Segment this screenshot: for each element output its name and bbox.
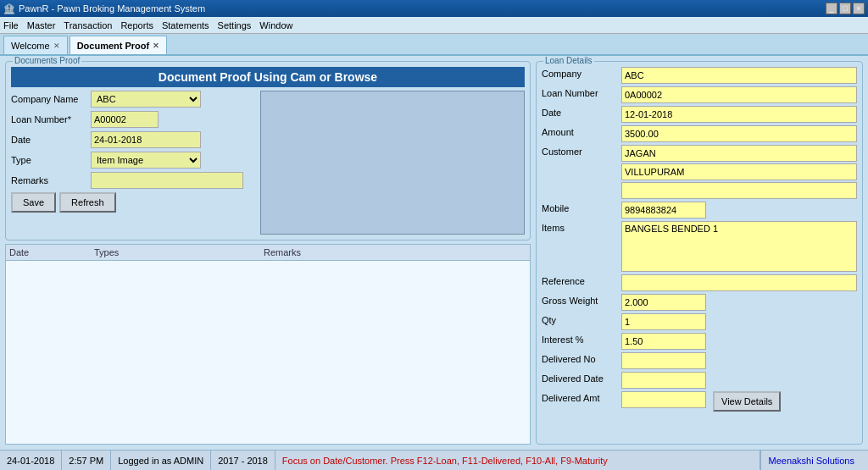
- remarks-label: Remarks: [11, 175, 87, 185]
- date-detail-row: Date: [542, 106, 857, 123]
- delivered-date-detail-value[interactable]: [621, 372, 706, 389]
- status-hint: Focus on Date/Customer. Press F12-Loan, …: [275, 451, 761, 470]
- delivered-no-detail-label: Delivered No: [542, 352, 618, 364]
- table-body: [6, 261, 530, 440]
- mobile-detail-row: Mobile: [542, 202, 857, 218]
- remarks-input[interactable]: [91, 172, 243, 189]
- loan-number-detail-label: Loan Number: [542, 86, 618, 98]
- app-icon: 🏦: [3, 3, 15, 14]
- date-detail-label: Date: [542, 106, 618, 118]
- gross-weight-detail-row: Gross Weight: [542, 294, 857, 311]
- col-header-remarks: Remarks: [264, 247, 526, 257]
- table-section: Date Types Remarks: [5, 244, 531, 445]
- qty-detail-row: Qty: [542, 313, 857, 330]
- date-detail-value[interactable]: [621, 106, 857, 123]
- delivered-no-detail-value[interactable]: [621, 352, 706, 369]
- documents-proof-section: Documents Proof Document Proof Using Cam…: [5, 61, 531, 241]
- customer-detail-value1[interactable]: [621, 145, 857, 162]
- close-button[interactable]: ×: [853, 3, 865, 14]
- items-detail-value: BANGELS BENDED 1: [621, 221, 857, 272]
- save-button[interactable]: Save: [11, 192, 56, 213]
- amount-detail-label: Amount: [542, 125, 618, 137]
- type-select[interactable]: Item Image Document Other: [91, 152, 201, 169]
- tab-welcome[interactable]: Welcome ✕: [3, 36, 68, 54]
- delivered-date-detail-row: Delivered Date: [542, 372, 857, 389]
- gross-weight-detail-value[interactable]: [621, 294, 706, 311]
- doc-proof-inner: Company Name ABC Loan Number* Date: [11, 91, 525, 235]
- loan-number-detail-value[interactable]: [621, 86, 857, 103]
- items-detail-label: Items: [542, 221, 618, 233]
- minimize-button[interactable]: _: [826, 3, 837, 14]
- status-year-text: 2017 - 2018: [218, 456, 268, 466]
- reference-detail-row: Reference: [542, 274, 857, 291]
- title-bar: 🏦 PawnR - Pawn Broking Management System…: [0, 0, 868, 17]
- documents-proof-title: Documents Proof: [13, 56, 81, 65]
- loan-number-detail-row: Loan Number: [542, 86, 857, 103]
- menu-master[interactable]: Master: [27, 20, 56, 30]
- status-year: 2017 - 2018: [211, 451, 275, 470]
- interest-detail-row: Interest %: [542, 333, 857, 350]
- interest-detail-value[interactable]: [621, 333, 706, 350]
- company-detail-label: Company: [542, 67, 618, 79]
- amount-detail-row: Amount: [542, 125, 857, 142]
- company-detail-value[interactable]: [621, 67, 857, 84]
- loan-number-label: Loan Number*: [11, 114, 87, 124]
- loan-number-row: Loan Number*: [11, 111, 257, 128]
- loan-number-input[interactable]: [91, 111, 159, 128]
- status-date-text: 24-01-2018: [7, 456, 54, 466]
- delivered-amt-detail-row: Delivered Amt View Details: [542, 391, 857, 412]
- status-brand: Meenakshi Solutions: [760, 451, 861, 470]
- reference-detail-label: Reference: [542, 274, 618, 286]
- menu-settings[interactable]: Settings: [218, 20, 252, 30]
- tab-welcome-close[interactable]: ✕: [53, 41, 60, 50]
- reference-detail-value[interactable]: [621, 274, 857, 291]
- type-label: Type: [11, 155, 87, 165]
- status-brand-text: Meenakshi Solutions: [768, 456, 854, 466]
- window-controls[interactable]: _ □ ×: [826, 3, 865, 14]
- items-detail-row: Items BANGELS BENDED 1: [542, 221, 857, 272]
- doc-image-area[interactable]: [260, 91, 525, 235]
- customer-detail-row: Customer: [542, 145, 857, 199]
- date-input[interactable]: [91, 131, 201, 148]
- menu-reports[interactable]: Reports: [120, 20, 153, 30]
- view-details-button[interactable]: View Details: [713, 391, 781, 412]
- tab-welcome-label: Welcome: [11, 41, 50, 51]
- customer-detail-value2[interactable]: [621, 163, 857, 180]
- qty-detail-value[interactable]: [621, 313, 706, 330]
- company-name-select[interactable]: ABC: [91, 91, 201, 108]
- company-name-row: Company Name ABC: [11, 91, 257, 108]
- delivered-amt-detail-value[interactable]: [621, 391, 706, 408]
- loan-details-panel: Loan Details Company Loan Number Date Am…: [536, 61, 863, 445]
- type-row: Type Item Image Document Other: [11, 152, 257, 169]
- tab-document-proof[interactable]: Document Proof ✕: [70, 36, 168, 54]
- customer-detail-value3[interactable]: [621, 182, 857, 199]
- mobile-detail-label: Mobile: [542, 202, 618, 213]
- gross-weight-detail-label: Gross Weight: [542, 294, 618, 306]
- menu-file[interactable]: File: [3, 20, 19, 30]
- title-bar-text: PawnR - Pawn Broking Management System: [19, 3, 205, 14]
- maximize-button[interactable]: □: [839, 3, 851, 14]
- amount-detail-value[interactable]: [621, 125, 857, 142]
- col-header-date: Date: [9, 247, 94, 257]
- refresh-button[interactable]: Refresh: [59, 192, 116, 213]
- tab-bar: Welcome ✕ Document Proof ✕: [0, 34, 868, 56]
- menu-statements[interactable]: Statements: [162, 20, 209, 30]
- status-logged-in-text: Logged in as ADMIN: [118, 456, 203, 466]
- delivered-no-detail-row: Delivered No: [542, 352, 857, 369]
- mobile-detail-value[interactable]: [621, 202, 706, 218]
- status-logged-in: Logged in as ADMIN: [111, 451, 211, 470]
- customer-values-stack: [621, 145, 857, 199]
- status-bar: 24-01-2018 2:57 PM Logged in as ADMIN 20…: [0, 450, 868, 470]
- left-panel: Documents Proof Document Proof Using Cam…: [5, 61, 531, 445]
- tab-document-proof-close[interactable]: ✕: [153, 41, 159, 50]
- doc-banner: Document Proof Using Cam or Browse: [11, 67, 525, 87]
- table-header: Date Types Remarks: [6, 245, 530, 261]
- loan-details-title: Loan Details: [543, 56, 594, 65]
- doc-form: Company Name ABC Loan Number* Date: [11, 91, 257, 235]
- menu-transaction[interactable]: Transaction: [64, 20, 112, 30]
- menu-window[interactable]: Window: [259, 20, 292, 30]
- delivered-amt-detail-label: Delivered Amt: [542, 391, 618, 403]
- status-hint-text: Focus on Date/Customer. Press F12-Loan, …: [282, 456, 608, 466]
- form-buttons: Save Refresh: [11, 192, 257, 213]
- company-detail-row: Company: [542, 67, 857, 84]
